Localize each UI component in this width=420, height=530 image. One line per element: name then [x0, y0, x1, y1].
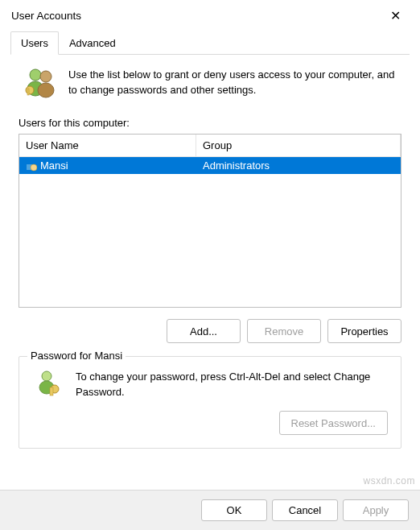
svg-point-7 [31, 164, 37, 171]
tab-strip: Users Advanced [10, 31, 410, 55]
info-text: Use the list below to grant or deny user… [68, 66, 401, 101]
svg-rect-11 [50, 387, 53, 395]
properties-button[interactable]: Properties [327, 319, 401, 343]
close-icon[interactable]: ✕ [382, 5, 409, 27]
table-row[interactable]: Mansi Administrators [19, 157, 401, 174]
svg-rect-5 [27, 89, 29, 95]
tab-users[interactable]: Users [10, 31, 59, 55]
ok-button[interactable]: OK [201, 499, 267, 521]
reset-password-button: Reset Password... [279, 411, 389, 435]
svg-point-0 [30, 69, 41, 81]
users-icon [23, 66, 59, 101]
svg-point-8 [42, 371, 51, 381]
tab-advanced[interactable]: Advanced [59, 31, 126, 55]
list-header: User Name Group [19, 135, 401, 157]
svg-point-2 [40, 71, 51, 82]
tab-panel-users: Use the list below to grant or deny user… [10, 55, 410, 457]
remove-button: Remove [247, 319, 321, 343]
svg-point-3 [38, 83, 54, 97]
dialog-button-bar: OK Cancel Apply [0, 490, 420, 530]
row-group: Administrators [203, 159, 270, 172]
row-user: Mansi [40, 159, 68, 172]
svg-point-4 [26, 86, 34, 94]
cancel-button[interactable]: Cancel [272, 499, 338, 521]
watermark: wsxdn.com [363, 475, 415, 487]
apply-button: Apply [343, 499, 409, 521]
info-row: Use the list below to grant or deny user… [19, 66, 401, 101]
password-fieldset: Password for Mansi To change your passwo… [19, 356, 401, 449]
password-legend: Password for Mansi [27, 350, 126, 362]
add-button[interactable]: Add... [167, 319, 241, 343]
list-buttons-row: Add... Remove Properties [19, 319, 401, 343]
key-user-icon [32, 368, 64, 401]
column-header-group[interactable]: Group [196, 135, 401, 156]
users-list[interactable]: User Name Group Mansi Administrators [19, 134, 401, 308]
password-text: To change your password, press Ctrl-Alt-… [76, 368, 388, 401]
window-title: User Accounts [11, 10, 81, 22]
user-row-icon [26, 160, 37, 172]
title-bar: User Accounts ✕ [0, 0, 420, 31]
column-header-user[interactable]: User Name [19, 135, 196, 156]
list-label: Users for this computer: [19, 117, 401, 129]
